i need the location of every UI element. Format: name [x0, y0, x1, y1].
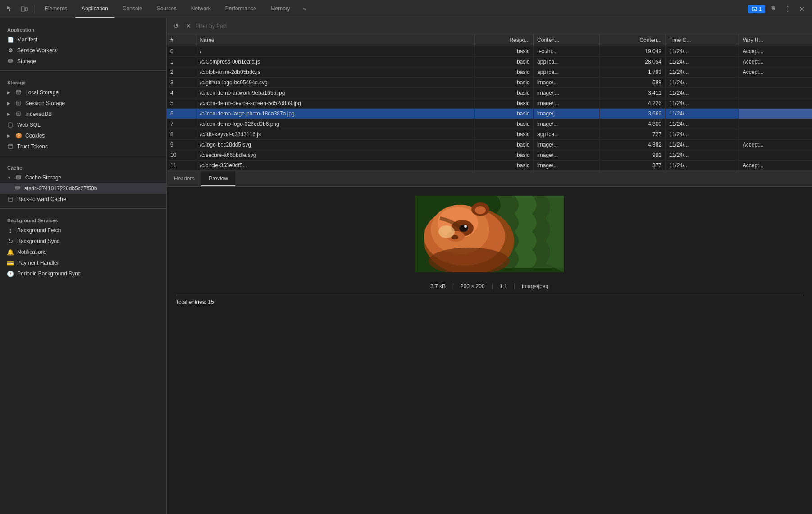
- cell-time: 11/24/...: [666, 150, 739, 161]
- inspect-icon-btn[interactable]: [4, 3, 16, 15]
- sidebar-item-trust-tokens[interactable]: Trust Tokens: [0, 141, 166, 152]
- cell-ct2: 991: [599, 150, 665, 161]
- bg-sync-icon: ↻: [7, 238, 14, 244]
- cell-vary: [739, 98, 812, 109]
- cell-num: 2: [167, 67, 196, 78]
- col-header-resp[interactable]: Respo...: [474, 34, 533, 46]
- indexeddb-icon: [15, 111, 22, 117]
- cache-entry-icon: [14, 185, 21, 192]
- svg-point-24: [438, 225, 455, 238]
- col-header-ct2[interactable]: Conten...: [599, 34, 665, 46]
- cell-num: 3: [167, 78, 196, 88]
- more-tabs-btn[interactable]: »: [298, 3, 311, 15]
- meta-divider-3: [514, 283, 515, 289]
- meta-divider-2: [492, 283, 493, 289]
- cell-ct2: 4,226: [599, 98, 665, 109]
- close-btn[interactable]: ✕: [796, 3, 808, 15]
- cell-ct1: applica...: [534, 57, 599, 67]
- sidebar-sep-1: [0, 70, 166, 71]
- col-header-time[interactable]: Time C...: [666, 34, 739, 46]
- cell-ct1: image/...: [534, 161, 599, 171]
- sidebar-item-cookies[interactable]: ▶ 🍪 Cookies: [0, 130, 166, 141]
- service-workers-icon: ⚙: [7, 47, 14, 54]
- tab-headers[interactable]: Headers: [167, 171, 201, 186]
- table-header-row: # Name Respo... Conten... Conten... Time…: [167, 34, 812, 46]
- sidebar-item-bg-sync[interactable]: ↻ Background Sync: [0, 236, 166, 247]
- sidebar-item-manifest[interactable]: 📄 Manifest: [0, 34, 166, 45]
- sidebar-item-storage-label: Storage: [17, 58, 36, 64]
- table-row[interactable]: 10 /c/secure-a66bbdfe.svg basic image/..…: [167, 150, 812, 161]
- table-row[interactable]: 2 /c/blob-anim-2db05bdc.js basic applica…: [167, 67, 812, 78]
- cache-storage-chevron: ▼: [7, 175, 12, 180]
- col-header-name[interactable]: Name: [196, 34, 474, 46]
- sidebar-item-payment-handler[interactable]: 💳 Payment Handler: [0, 257, 166, 268]
- payment-handler-icon: 💳: [7, 260, 14, 266]
- sidebar-item-periodic-bg-sync[interactable]: 🕐 Periodic Background Sync: [0, 268, 166, 279]
- tab-preview[interactable]: Preview: [201, 171, 235, 186]
- cell-resp: basic: [474, 161, 533, 171]
- cell-time: 11/24/...: [666, 119, 739, 129]
- cell-vary: [739, 119, 812, 129]
- svg-point-10: [15, 186, 20, 188]
- filter-input[interactable]: [196, 23, 808, 29]
- notifications-icon: 🔔: [7, 249, 14, 255]
- sidebar-item-notifications[interactable]: 🔔 Notifications: [0, 247, 166, 257]
- tab-memory[interactable]: Memory: [265, 0, 297, 18]
- sidebar-item-indexeddb[interactable]: ▶ IndexedDB: [0, 109, 166, 119]
- session-storage-chevron: ▶: [7, 101, 12, 106]
- cell-num: 7: [167, 119, 196, 129]
- device-mode-btn[interactable]: [18, 3, 31, 15]
- preview-dimensions: 200 × 200: [461, 283, 485, 289]
- tab-performance[interactable]: Performance: [219, 0, 263, 18]
- sidebar-item-periodic-bg-sync-label: Periodic Background Sync: [17, 271, 81, 277]
- table-row[interactable]: 7 /c/icon-demo-logo-326ed9b6.png basic i…: [167, 119, 812, 129]
- sidebar-item-storage-app[interactable]: Storage: [0, 56, 166, 67]
- toolbar-right: 1 ⋮ ✕: [748, 3, 808, 15]
- settings-btn[interactable]: [767, 3, 780, 15]
- table-row[interactable]: 5 /c/icon-demo-device-screen-5d52d8b9.jp…: [167, 98, 812, 109]
- sidebar-item-payment-handler-label: Payment Handler: [17, 260, 59, 266]
- col-header-vary[interactable]: Vary H...: [739, 34, 812, 46]
- cell-vary: Accept...: [739, 161, 812, 171]
- sidebar-item-local-storage[interactable]: ▶ Local Storage: [0, 87, 166, 98]
- refresh-btn[interactable]: ↺: [170, 21, 181, 32]
- cell-resp: basic: [474, 98, 533, 109]
- tab-console[interactable]: Console: [116, 0, 149, 18]
- cell-num: 1: [167, 57, 196, 67]
- content-area: ↺ ✕ # Name Respo... Conten... Conten... …: [167, 18, 812, 514]
- sidebar-item-trust-tokens-label: Trust Tokens: [17, 143, 48, 150]
- more-options-btn[interactable]: ⋮: [781, 3, 794, 15]
- cell-ct1: applica...: [534, 129, 599, 140]
- table-row[interactable]: 4 /c/icon-demo-artwork-9eba1655.jpg basi…: [167, 88, 812, 98]
- cell-vary: Accept...: [739, 46, 812, 57]
- table-row[interactable]: 9 /c/logo-bcc20dd5.svg basic image/... 4…: [167, 140, 812, 150]
- cell-ct1: text/ht...: [534, 46, 599, 57]
- table-row[interactable]: 1 /c/Compress-00b1eafa.js basic applica.…: [167, 57, 812, 67]
- console-badge-btn[interactable]: 1: [748, 5, 765, 13]
- tab-elements[interactable]: Elements: [38, 0, 73, 18]
- svg-point-19: [464, 225, 467, 228]
- cell-resp: basic: [474, 57, 533, 67]
- table-row[interactable]: 8 /c/idb-keyval-c33d3116.js basic applic…: [167, 129, 812, 140]
- sidebar-item-cache-storage[interactable]: ▼ Cache Storage: [0, 172, 166, 183]
- cell-resp: basic: [474, 150, 533, 161]
- cell-resp: basic: [474, 129, 533, 140]
- table-row[interactable]: 0 / basic text/ht... 19,049 11/24/... Ac…: [167, 46, 812, 57]
- clear-btn[interactable]: ✕: [183, 21, 194, 32]
- tab-sources[interactable]: Sources: [151, 0, 183, 18]
- sidebar-item-bg-fetch[interactable]: ↕ Background Fetch: [0, 225, 166, 236]
- cell-resp: basic: [474, 140, 533, 150]
- tab-network[interactable]: Network: [185, 0, 217, 18]
- table-row[interactable]: 3 /c/github-logo-bc05494c.svg basic imag…: [167, 78, 812, 88]
- table-row[interactable]: 6 /c/icon-demo-large-photo-18da387a.jpg …: [167, 109, 812, 119]
- sidebar-item-back-forward-cache[interactable]: Back-forward Cache: [0, 194, 166, 205]
- sidebar-item-session-storage[interactable]: ▶ Session Storage: [0, 98, 166, 109]
- cell-name: /c/idb-keyval-c33d3116.js: [196, 129, 474, 140]
- col-header-ct1[interactable]: Conten...: [534, 34, 599, 46]
- sidebar-item-cache-entry[interactable]: static-3741017226db5c27f50b: [0, 183, 166, 194]
- tab-application[interactable]: Application: [75, 0, 114, 18]
- table-row[interactable]: 11 /c/circle-353e0df5... basic image/...…: [167, 161, 812, 171]
- sidebar-item-service-workers[interactable]: ⚙ Service Workers: [0, 45, 166, 56]
- sidebar-item-cache-storage-label: Cache Storage: [25, 174, 61, 181]
- sidebar-item-web-sql[interactable]: Web SQL: [0, 119, 166, 130]
